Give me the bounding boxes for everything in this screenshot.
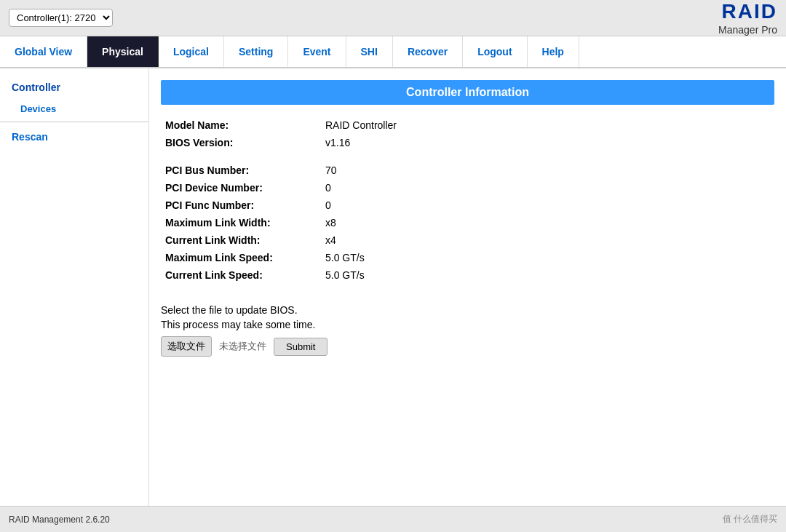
nav-event[interactable]: Event — [288, 36, 346, 67]
section-header: Controller Information — [161, 80, 774, 105]
spacer — [161, 290, 774, 304]
logo-area: RAID Manager Pro — [718, 0, 777, 36]
field-value-cur-speed: 5.0 GT/s — [321, 266, 774, 284]
table-row: BIOS Version: v1.16 — [161, 134, 774, 151]
field-value-pci-device: 0 — [321, 179, 774, 196]
nav-help[interactable]: Help — [528, 36, 579, 67]
nav-shi[interactable]: SHI — [346, 36, 393, 67]
submit-button[interactable]: Submit — [274, 338, 328, 356]
table-row: PCI Func Number: 0 — [161, 196, 774, 214]
logo-subtitle: Manager Pro — [718, 24, 777, 36]
table-row: Maximum Link Width: x8 — [161, 214, 774, 231]
field-value-max-width: x8 — [321, 214, 774, 231]
content-panel: Controller Information Model Name: RAID … — [149, 68, 786, 506]
controller-dropdown[interactable]: Controller(1): 2720 — [9, 9, 113, 27]
footer-version: RAID Management 2.6.20 — [9, 515, 110, 525]
field-label-max-width: Maximum Link Width: — [161, 214, 321, 231]
bios-update-line2: This process may take some time. — [161, 319, 774, 330]
field-value-cur-width: x4 — [321, 231, 774, 249]
nav-logical[interactable]: Logical — [159, 36, 224, 67]
sidebar-item-rescan[interactable]: Rescan — [0, 125, 148, 148]
field-label-model: Model Name: — [161, 116, 321, 134]
no-file-label: 未选择文件 — [219, 340, 266, 353]
table-row: Maximum Link Speed: 5.0 GT/s — [161, 249, 774, 266]
nav-logout[interactable]: Logout — [463, 36, 527, 67]
field-value-bios: v1.16 — [321, 134, 774, 151]
sidebar-divider — [0, 122, 148, 122]
bios-update-line1: Select the file to update BIOS. — [161, 304, 774, 316]
field-value-pci-bus: 70 — [321, 162, 774, 179]
field-label-cur-speed: Current Link Speed: — [161, 266, 321, 284]
top-bar: Controller(1): 2720 RAID Manager Pro — [0, 0, 786, 36]
nav-recover[interactable]: Recover — [393, 36, 463, 67]
sidebar-item-controller[interactable]: Controller — [0, 76, 148, 99]
field-label-max-speed: Maximum Link Speed: — [161, 249, 321, 266]
field-label-pci-func: PCI Func Number: — [161, 196, 321, 214]
nav-bar: Global View Physical Logical Setting Eve… — [0, 36, 786, 68]
table-row: PCI Device Number: 0 — [161, 179, 774, 196]
controller-selector[interactable]: Controller(1): 2720 — [9, 9, 113, 27]
file-upload-row: 选取文件 未选择文件 Submit — [161, 336, 774, 357]
nav-global-view[interactable]: Global View — [0, 36, 87, 67]
field-value-max-speed: 5.0 GT/s — [321, 249, 774, 266]
choose-file-button[interactable]: 选取文件 — [161, 336, 212, 357]
sidebar-item-devices[interactable]: Devices — [0, 99, 148, 119]
table-row: Current Link Speed: 5.0 GT/s — [161, 266, 774, 284]
table-row: PCI Bus Number: 70 — [161, 162, 774, 179]
info-table: Model Name: RAID Controller BIOS Version… — [161, 116, 774, 284]
footer: RAID Management 2.6.20 值 什么值得买 — [0, 506, 786, 532]
field-label-pci-device: PCI Device Number: — [161, 179, 321, 196]
main-area: Controller Devices Rescan Controller Inf… — [0, 68, 786, 506]
footer-logo: 值 什么值得买 — [723, 513, 777, 525]
field-label-pci-bus: PCI Bus Number: — [161, 162, 321, 179]
table-row: Model Name: RAID Controller — [161, 116, 774, 134]
field-label-bios: BIOS Version: — [161, 134, 321, 151]
field-value-model: RAID Controller — [321, 116, 774, 134]
field-label-cur-width: Current Link Width: — [161, 231, 321, 249]
nav-setting[interactable]: Setting — [224, 36, 288, 67]
nav-physical[interactable]: Physical — [87, 36, 159, 67]
sidebar: Controller Devices Rescan — [0, 68, 149, 506]
table-row: Current Link Width: x4 — [161, 231, 774, 249]
logo-brand: RAID — [718, 0, 777, 24]
field-value-pci-func: 0 — [321, 196, 774, 214]
